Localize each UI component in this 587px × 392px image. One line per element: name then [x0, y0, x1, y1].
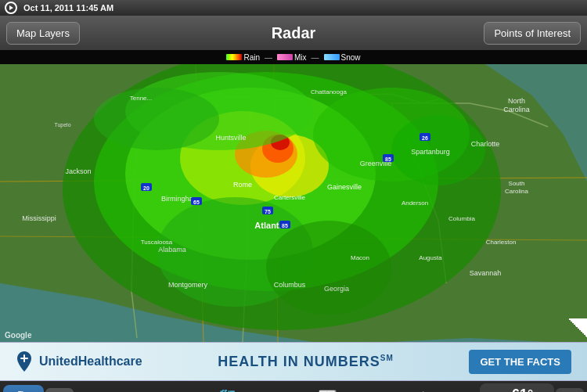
- legend-mix-label: Mix: [294, 53, 307, 62]
- svg-text:Google: Google: [5, 331, 32, 340]
- legend-snow: Snow: [324, 53, 361, 62]
- search-button[interactable]: 🔍: [556, 388, 584, 392]
- svg-text:26: 26: [422, 135, 428, 141]
- map-svg: Atlanta Huntsville Birmingham Tuscaloosa…: [0, 64, 587, 342]
- svg-point-14: [94, 88, 219, 150]
- temperature-widget[interactable]: ⛅ 61° Atlanta, GA (30339): [480, 383, 554, 393]
- svg-text:Montgomery: Montgomery: [168, 281, 208, 289]
- maps-nav-icon: 🗺: [218, 388, 234, 393]
- svg-text:Carolina: Carolina: [505, 188, 528, 195]
- page-title: Radar: [272, 24, 316, 42]
- svg-text:Tenne...: Tenne...: [130, 95, 152, 102]
- ad-cta-button[interactable]: GET THE FACTS: [469, 350, 571, 374]
- svg-text:Augusta: Augusta: [419, 254, 442, 261]
- svg-text:Huntsville: Huntsville: [215, 134, 246, 142]
- nav-video[interactable]: ▶ VIDEO: [379, 381, 478, 392]
- svg-point-18: [266, 221, 391, 315]
- nav-news[interactable]: 📰 NEWS: [278, 381, 377, 392]
- svg-text:Jackson: Jackson: [65, 167, 91, 175]
- video-nav-icon: ▶: [423, 387, 434, 392]
- weather-nav-icon: ☁: [117, 387, 133, 392]
- ad-company-name: UnitedHealthcare: [39, 354, 142, 369]
- play-button[interactable]: [5, 2, 17, 14]
- svg-text:Gainesville: Gainesville: [327, 183, 362, 191]
- page-curl: [564, 318, 587, 342]
- temperature-info: 61° Atlanta, GA (30339): [512, 387, 548, 393]
- svg-text:Rome: Rome: [233, 181, 252, 189]
- map-layers-button[interactable]: Map Layers: [6, 22, 80, 45]
- ad-logo: UnitedHealthcare: [16, 350, 142, 373]
- unitedhealthcare-logo-icon: [16, 350, 33, 373]
- news-nav-icon: 📰: [318, 387, 337, 392]
- legend-separator1: —: [265, 53, 272, 62]
- svg-text:75: 75: [265, 209, 271, 214]
- points-of-interest-button[interactable]: Points of Interest: [484, 22, 581, 45]
- svg-text:North: North: [508, 97, 525, 105]
- nav-weather[interactable]: ☁ WEATHER: [75, 381, 175, 392]
- bottom-bar: TheWeatherChannel ⚙ ☁ WEATHER 🗺 MAPS 📰 N…: [0, 381, 587, 392]
- svg-text:85: 85: [282, 223, 288, 228]
- svg-text:65: 65: [193, 200, 200, 205]
- svg-text:Anderson: Anderson: [402, 200, 428, 207]
- settings-button[interactable]: ⚙: [45, 388, 74, 392]
- map-area[interactable]: Atlanta Huntsville Birmingham Tuscaloosa…: [0, 64, 587, 342]
- svg-text:Chattanooga: Chattanooga: [311, 88, 347, 95]
- svg-text:Charlotte: Charlotte: [471, 140, 500, 148]
- svg-text:Alabama: Alabama: [158, 246, 186, 254]
- svg-text:Columbia: Columbia: [448, 215, 475, 222]
- svg-text:85: 85: [385, 156, 391, 162]
- svg-text:Spartanburg: Spartanburg: [411, 148, 450, 156]
- svg-text:Charleston: Charleston: [486, 239, 517, 246]
- nav-maps[interactable]: 🗺 MAPS: [176, 381, 275, 392]
- legend-snow-label: Snow: [341, 53, 361, 62]
- svg-text:Georgia: Georgia: [324, 285, 349, 293]
- status-bar: Oct 11, 2011 11:45 AM: [0, 0, 587, 16]
- svg-text:Tupelo: Tupelo: [54, 122, 70, 128]
- svg-text:Carolina: Carolina: [503, 106, 530, 113]
- svg-text:Cartersville: Cartersville: [274, 194, 306, 201]
- svg-text:Savannah: Savannah: [470, 269, 502, 277]
- legend-mix: Mix: [277, 53, 307, 62]
- svg-text:Macon: Macon: [351, 254, 369, 261]
- svg-text:20: 20: [143, 185, 149, 191]
- status-time: Oct 11, 2011 11:45 AM: [23, 3, 113, 13]
- svg-text:South: South: [509, 180, 525, 187]
- legend-bar: Rain — Mix — Snow: [0, 50, 587, 64]
- svg-text:Columbus: Columbus: [274, 281, 306, 289]
- ad-banner[interactable]: UnitedHealthcare HEALTH IN NUMBERSSM GET…: [0, 342, 587, 381]
- ad-tagline: HEALTH IN NUMBERSSM: [218, 354, 394, 370]
- legend-separator2: —: [312, 53, 319, 62]
- svg-text:Tuscaloosa: Tuscaloosa: [141, 239, 173, 246]
- legend-rain: Rain: [226, 53, 260, 62]
- legend-rain-label: Rain: [243, 53, 260, 62]
- temperature-value: 61°: [512, 387, 548, 393]
- top-bar: Map Layers Radar Points of Interest: [0, 16, 587, 50]
- svg-text:Mississippi: Mississippi: [22, 214, 56, 222]
- weather-channel-button[interactable]: TheWeatherChannel: [3, 385, 44, 392]
